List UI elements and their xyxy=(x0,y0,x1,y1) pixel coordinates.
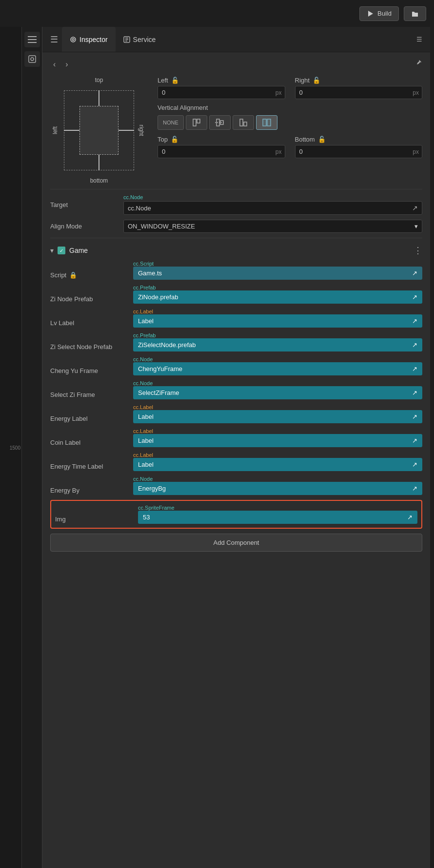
svg-rect-18 xyxy=(244,122,247,126)
bottom-lock-icon: 🔓 xyxy=(318,136,326,143)
align-arrow-right xyxy=(118,130,134,131)
bottom-field-unit: px xyxy=(410,148,422,155)
tab-inspector[interactable]: Inspector xyxy=(62,27,116,52)
right-field-unit: px xyxy=(410,89,422,96)
svg-point-5 xyxy=(31,58,34,61)
tab-more-icon[interactable]: ☰ xyxy=(413,32,426,47)
align-bottom-btn[interactable] xyxy=(233,115,254,130)
top-bar: Build xyxy=(0,0,434,27)
tab-inspector-label: Inspector xyxy=(79,36,108,43)
svg-rect-2 xyxy=(28,39,37,40)
left-field-label: Left xyxy=(158,77,168,84)
align-left-label: left xyxy=(52,126,59,134)
align-none-btn[interactable]: NONE xyxy=(158,115,184,130)
left-field: Left 🔓 px xyxy=(158,77,285,99)
main-panel: ☰ Inspector Service ☰ xyxy=(42,27,430,868)
dynamic-fields: Zi Node Prefab cc.Prefab ZiNode.prefab ↗… xyxy=(50,285,422,495)
img-value: 53 xyxy=(143,514,150,521)
menu-toggle[interactable] xyxy=(24,32,40,47)
align-inner-box xyxy=(79,106,118,155)
img-input[interactable]: 53 ↗ xyxy=(138,511,417,524)
align-center-btn[interactable] xyxy=(209,115,231,130)
icon-strip xyxy=(22,27,42,868)
field-img: Img cc.SpriteFrame 53 ↗ xyxy=(55,505,417,524)
align-arrow-left xyxy=(64,130,79,131)
add-component-label: Add Component xyxy=(214,539,259,546)
tab-service[interactable]: Service xyxy=(116,27,164,52)
right-field: Right 🔓 px xyxy=(295,77,423,99)
tab-bar: ☰ Inspector Service ☰ xyxy=(42,27,430,52)
align-mode-row: Align Mode ON_WINDOW_RESIZE ▾ xyxy=(50,220,422,233)
bottom-field-input[interactable] xyxy=(296,145,410,158)
bottom-field-label: Bottom xyxy=(295,136,315,143)
main-layout: 1500 ☰ Inspecto xyxy=(0,27,434,868)
script-input[interactable]: Game.ts ↗ xyxy=(133,267,422,280)
top-bottom-fields: Top 🔓 px Bottom 🔓 xyxy=(158,136,422,158)
align-top-btn[interactable] xyxy=(186,115,207,130)
top-field: Top 🔓 px xyxy=(158,136,285,158)
target-row: Target cc.Node cc.Node ↗ xyxy=(50,194,422,215)
svg-rect-1 xyxy=(28,36,37,37)
field-coin-label: Coin Label cc.Label Label ↗ xyxy=(50,428,422,447)
align-mode-label: Align Mode xyxy=(50,223,118,230)
nav-back[interactable]: ‹ xyxy=(50,59,59,70)
svg-rect-19 xyxy=(263,119,266,126)
svg-rect-20 xyxy=(267,119,271,126)
folder-button[interactable] xyxy=(404,6,426,21)
align-right-label: right xyxy=(138,124,144,136)
align-mode-value: ON_WINDOW_RESIZE xyxy=(128,223,195,230)
svg-rect-12 xyxy=(193,119,196,126)
game-component-more[interactable]: ⋮ xyxy=(414,245,422,256)
align-diagram: top bottom left right xyxy=(50,77,148,184)
bottom-field: Bottom 🔓 px xyxy=(295,136,423,158)
field-lv-label: Lv Label cc.Label Label ↗ xyxy=(50,309,422,328)
svg-marker-0 xyxy=(368,11,373,17)
script-value: Game.ts xyxy=(138,269,162,277)
canvas-area: 1500 xyxy=(0,27,22,868)
align-stretch-btn[interactable] xyxy=(256,115,277,130)
nav-forward[interactable]: › xyxy=(62,59,71,70)
svg-rect-4 xyxy=(29,56,36,62)
field-script: Script 🔒 cc.Script Game.ts ↗ xyxy=(50,261,422,280)
scrollbar[interactable] xyxy=(430,27,434,868)
top-field-input[interactable] xyxy=(158,145,273,158)
build-button[interactable]: Build xyxy=(359,6,399,21)
target-nav-icon[interactable]: ↗ xyxy=(412,204,418,212)
top-lock-icon: 🔓 xyxy=(171,136,178,143)
canvas-label: 1500 xyxy=(10,445,20,450)
align-arrow-bottom xyxy=(99,155,99,170)
svg-point-6 xyxy=(71,37,76,42)
add-component-button[interactable]: Add Component xyxy=(50,534,422,552)
top-field-label: Top xyxy=(158,136,168,143)
svg-rect-17 xyxy=(240,119,243,126)
game-checkbox[interactable]: ✓ xyxy=(58,247,65,254)
left-right-fields: Left 🔓 px Right 🔓 xyxy=(158,77,422,99)
script-nav-icon[interactable]: ↗ xyxy=(412,269,417,277)
tab-menu-icon[interactable]: ☰ xyxy=(46,30,62,49)
fields-panel: Left 🔓 px Right 🔓 xyxy=(158,77,422,163)
vertical-alignment-label: Vertical Alignment xyxy=(158,104,422,111)
game-component-header[interactable]: ▾ ✓ Game ⋮ xyxy=(50,245,422,256)
left-lock-icon: 🔓 xyxy=(171,77,179,84)
svg-rect-13 xyxy=(197,119,200,123)
align-arrow-top xyxy=(99,90,99,106)
script-lock-icon: 🔒 xyxy=(69,271,77,279)
game-chevron-icon: ▾ xyxy=(50,247,54,254)
left-field-input[interactable] xyxy=(158,86,273,99)
img-highlighted-section: Img cc.SpriteFrame 53 ↗ xyxy=(50,500,422,529)
field-cheng-yu-frame: Cheng Yu Frame cc.Node ChengYuFrame ↗ xyxy=(50,356,422,375)
inspector-icon[interactable] xyxy=(24,51,40,67)
field-script-label: Script 🔒 xyxy=(50,271,128,279)
right-field-input[interactable] xyxy=(296,86,410,99)
field-zi-select-node-prefab: Zi Select Node Prefab cc.Prefab ZiSelect… xyxy=(50,332,422,351)
build-label: Build xyxy=(377,10,392,17)
field-energy-time-label: Energy Time Label cc.Label Label ↗ xyxy=(50,452,422,471)
img-nav-icon[interactable]: ↗ xyxy=(407,514,413,521)
script-type-badge: cc.Script xyxy=(133,261,422,267)
target-label: Target xyxy=(50,201,118,208)
top-field-unit: px xyxy=(273,148,285,155)
nav-pin[interactable] xyxy=(414,60,422,69)
nav-row: ‹ › xyxy=(50,56,422,73)
target-value: cc.Node xyxy=(128,205,151,212)
align-mode-dropdown[interactable]: ON_WINDOW_RESIZE ▾ xyxy=(123,220,422,233)
